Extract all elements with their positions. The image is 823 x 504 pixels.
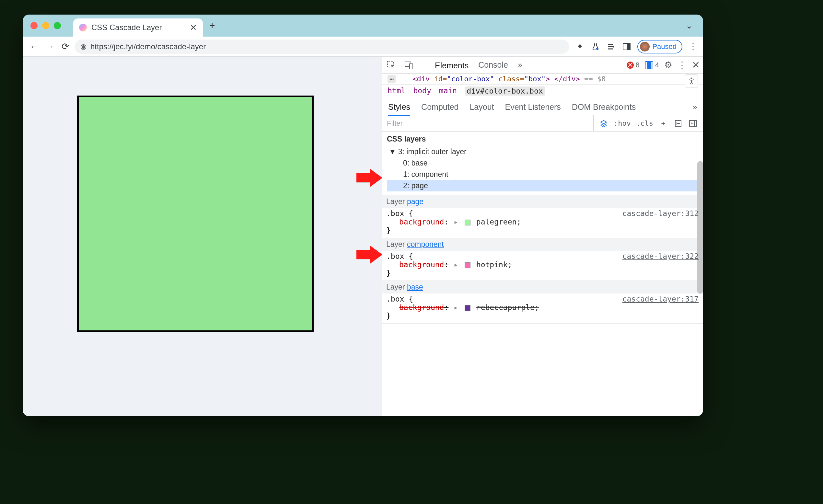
device-toolbar-icon[interactable] [403, 59, 415, 71]
rule-source-component[interactable]: cascade-layer:322 [623, 252, 698, 261]
tabstrip: CSS Cascade Layer ✕ + ⌄ [23, 15, 703, 37]
error-icon: ✕ [627, 61, 634, 69]
color-swatch-palegreen-icon[interactable] [465, 220, 471, 225]
avatar-icon [640, 42, 650, 51]
expand-icon[interactable]: ▼ [389, 147, 396, 156]
dom-breadcrumbs: html body main div#color-box.box [382, 85, 703, 99]
computed-styles-icon[interactable] [673, 119, 683, 128]
styles-subtab[interactable]: Styles [388, 102, 410, 116]
layers-toggle-icon[interactable] [599, 119, 609, 128]
tabs-overflow-icon[interactable]: ⌄ [686, 21, 693, 31]
layer-row-page[interactable]: 2: page [387, 180, 698, 191]
annotation-arrow-icon [356, 243, 382, 269]
devtools-close-icon[interactable]: ✕ [692, 59, 700, 70]
new-tab-button[interactable]: + [209, 20, 215, 31]
browser-menu-icon[interactable]: ⋮ [688, 42, 698, 51]
error-badge[interactable]: ✕ 8 [627, 61, 640, 69]
minimize-window-button[interactable] [42, 22, 49, 29]
profile-paused-button[interactable]: Paused [637, 40, 682, 53]
dom-selected-node[interactable]: ⋯ <div id="color-box" class="box"> </div… [382, 73, 703, 85]
rule-block-page: Layer page cascade-layer:312 .box { back… [382, 195, 703, 238]
new-style-rule-button[interactable]: + [658, 119, 668, 128]
layer-link-page[interactable]: page [407, 197, 424, 206]
rule-close-brace: } [386, 312, 699, 320]
filter-placeholder: Filter [387, 119, 403, 128]
devtools-panel: Elements Console » ✕ 8 ❙❙ 4 ⚙ ⋮ ✕ [382, 57, 703, 416]
dom-collapse-icon[interactable]: ⋯ [387, 75, 395, 83]
messages-icon: ❙❙ [645, 61, 653, 69]
color-swatch-rebeccapurple-icon[interactable] [465, 305, 471, 311]
prop-background-page[interactable]: background: ▸ palegreen; [386, 218, 699, 226]
svg-rect-2 [627, 43, 630, 50]
layer-label-page: Layer page [382, 195, 703, 208]
browser-window: CSS Cascade Layer ✕ + ⌄ ← → ⟳ ◉ https://… [23, 15, 703, 416]
prop-background-component[interactable]: background: ▸ hotpink; [386, 261, 699, 269]
close-tab-icon[interactable]: ✕ [190, 23, 197, 33]
traffic-lights [27, 22, 65, 29]
svg-point-0 [596, 48, 598, 49]
rule-source-page[interactable]: cascade-layer:312 [623, 209, 698, 218]
layer-link-component[interactable]: component [407, 240, 444, 248]
hov-toggle[interactable]: :hov [614, 119, 631, 128]
address-bar[interactable]: ◉ https://jec.fyi/demo/cascade-layer [74, 39, 569, 54]
computed-subtab[interactable]: Computed [421, 102, 459, 112]
extension-area: ✦ Paused ⋮ [575, 40, 698, 53]
event-listeners-subtab[interactable]: Event Listeners [505, 102, 561, 112]
accessibility-icon[interactable] [685, 74, 698, 88]
devtools-settings-icon[interactable]: ⚙ [664, 59, 672, 70]
site-info-icon[interactable]: ◉ [80, 42, 87, 51]
page-viewport [23, 57, 382, 416]
styles-filter-row: Filter :hov .cls + [382, 115, 703, 132]
styles-subtabs: Styles Computed Layout Event Listeners D… [382, 99, 703, 115]
devtools-menu-icon[interactable]: ⋮ [677, 59, 687, 70]
styles-rules-pane: Layer page cascade-layer:312 .box { back… [382, 195, 703, 416]
more-tabs-icon[interactable]: » [516, 58, 524, 71]
dom-tag-close: </div> [554, 75, 580, 83]
close-window-button[interactable] [30, 22, 38, 29]
dom-tag-open: <div [413, 75, 430, 83]
console-tab[interactable]: Console [476, 58, 510, 71]
reading-list-icon[interactable] [606, 42, 616, 51]
layer-row-component[interactable]: 1: component [387, 169, 698, 180]
messages-count: 4 [655, 61, 659, 69]
experiments-icon[interactable] [591, 42, 601, 51]
prop-background-base[interactable]: background: ▸ rebeccapurple; [386, 303, 699, 312]
side-panel-icon[interactable] [622, 42, 632, 51]
content-row: Elements Console » ✕ 8 ❙❙ 4 ⚙ ⋮ ✕ [23, 57, 703, 416]
extensions-icon[interactable]: ✦ [575, 42, 585, 51]
forward-button[interactable]: → [43, 40, 56, 53]
inspect-element-icon[interactable] [385, 59, 397, 71]
crumb-selected[interactable]: div#color-box.box [465, 87, 545, 96]
maximize-window-button[interactable] [54, 22, 61, 29]
crumb-html[interactable]: html [387, 87, 405, 96]
elements-tab[interactable]: Elements [433, 59, 471, 74]
layer-tree: ▼ 3: implicit outer layer 0: base 1: com… [387, 146, 698, 191]
reload-button[interactable]: ⟳ [59, 40, 71, 53]
back-button[interactable]: ← [28, 40, 40, 53]
crumb-main[interactable]: main [439, 87, 457, 96]
toolbar: ← → ⟳ ◉ https://jec.fyi/demo/cascade-lay… [23, 37, 703, 57]
rule-source-base[interactable]: cascade-layer:317 [623, 295, 698, 303]
color-swatch-hotpink-icon[interactable] [465, 263, 471, 268]
cls-toggle[interactable]: .cls [636, 119, 653, 128]
more-subtabs-icon[interactable]: » [693, 102, 697, 112]
layer-row-root[interactable]: ▼ 3: implicit outer layer [387, 146, 698, 157]
layer-link-base[interactable]: base [407, 283, 423, 291]
dom-breakpoints-subtab[interactable]: DOM Breakpoints [572, 102, 636, 112]
rule-block-component: Layer component cascade-layer:322 .box {… [382, 238, 703, 281]
layer-label-base: Layer base [382, 281, 703, 294]
tab-title: CSS Cascade Layer [92, 23, 185, 32]
rule-close-brace: } [386, 269, 699, 277]
toggle-sidebar-icon[interactable] [688, 119, 698, 128]
annotation-arrow-icon [356, 166, 382, 192]
crumb-body[interactable]: body [413, 87, 431, 96]
styles-filter-input[interactable]: Filter [382, 115, 594, 131]
browser-tab[interactable]: CSS Cascade Layer ✕ [73, 18, 203, 37]
css-layers-title: CSS layers [387, 135, 698, 144]
layer-label-component: Layer component [382, 238, 703, 251]
layer-row-base[interactable]: 0: base [387, 157, 698, 169]
layout-subtab[interactable]: Layout [470, 102, 494, 112]
svg-point-6 [691, 78, 692, 79]
favicon-icon [79, 24, 87, 31]
messages-badge[interactable]: ❙❙ 4 [645, 61, 659, 69]
